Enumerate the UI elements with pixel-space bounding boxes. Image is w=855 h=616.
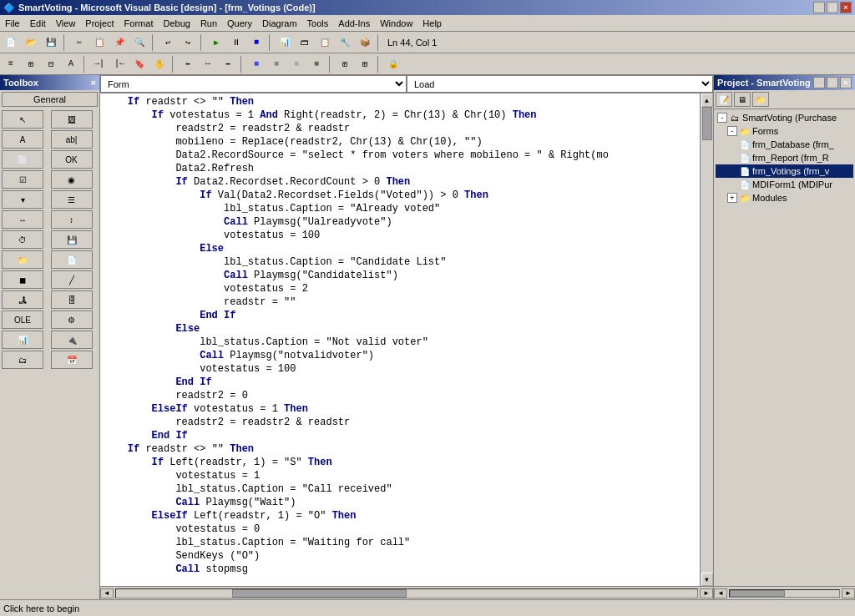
menu-run[interactable]: Run bbox=[195, 17, 222, 30]
project-header-controls[interactable]: _ □ × bbox=[813, 77, 852, 88]
tb2-outdent[interactable]: |← bbox=[110, 55, 129, 73]
tb-menu3[interactable]: 📋 bbox=[316, 33, 334, 52]
proj-scrollbar[interactable]: ◄ ► bbox=[714, 586, 855, 599]
tb2-1[interactable]: ≡ bbox=[2, 55, 20, 73]
tb-open[interactable]: 📂 bbox=[22, 33, 40, 52]
scroll-up-arrow[interactable]: ▲ bbox=[701, 93, 713, 107]
tb2-4[interactable]: A bbox=[62, 55, 80, 73]
h-scroll-thumb[interactable] bbox=[232, 589, 407, 598]
proj-scroll-right[interactable]: ► bbox=[842, 588, 855, 598]
tb2-bookmark[interactable]: 🔖 bbox=[130, 55, 149, 73]
menu-format[interactable]: Format bbox=[119, 17, 159, 30]
tb-pause[interactable]: ⏸ bbox=[227, 33, 245, 52]
tb-menu5[interactable]: 📦 bbox=[356, 33, 374, 52]
toolbox-close-button[interactable]: × bbox=[91, 78, 96, 88]
tool-file[interactable]: 📄 bbox=[51, 250, 93, 269]
vertical-scrollbar[interactable]: ▲ ▼ bbox=[700, 93, 713, 586]
tb2-ac[interactable]: ↔ bbox=[199, 55, 217, 73]
tb2-ar[interactable]: ➡ bbox=[219, 55, 237, 73]
tb-copy[interactable]: 📋 bbox=[90, 33, 109, 52]
menu-query[interactable]: Query bbox=[222, 17, 257, 30]
h-scroll-track[interactable] bbox=[115, 588, 698, 598]
tool-label[interactable]: A bbox=[2, 130, 43, 149]
tb2-c2[interactable]: ■ bbox=[267, 55, 286, 73]
tool-ole[interactable]: OLE bbox=[2, 311, 43, 329]
expand-root[interactable]: - bbox=[717, 113, 727, 123]
code-content[interactable]: If readstr <> "" Then If votestatus = 1 … bbox=[104, 95, 696, 576]
tool-drive[interactable]: 💾 bbox=[51, 230, 93, 249]
tb-paste[interactable]: 📌 bbox=[110, 33, 129, 52]
tb-undo[interactable]: ↩ bbox=[159, 33, 177, 52]
menu-file[interactable]: File bbox=[0, 17, 25, 30]
tool-textbox[interactable]: ab| bbox=[51, 130, 93, 149]
tool-dir[interactable]: 📁 bbox=[2, 250, 43, 269]
object-dropdown[interactable]: Form bbox=[100, 75, 407, 93]
menu-debug[interactable]: Debug bbox=[158, 17, 195, 30]
tool-checkbox[interactable]: ☑ bbox=[2, 170, 43, 189]
menu-edit[interactable]: Edit bbox=[25, 17, 51, 30]
project-close[interactable]: × bbox=[840, 77, 852, 88]
scroll-right-arrow[interactable]: ► bbox=[700, 588, 713, 598]
proj-toggle[interactable]: 📁 bbox=[752, 92, 769, 107]
tool-optionbutton[interactable]: ◉ bbox=[51, 170, 93, 189]
tb2-al[interactable]: ⬅ bbox=[179, 55, 197, 73]
scroll-thumb[interactable] bbox=[702, 107, 712, 140]
tb2-2[interactable]: ⊞ bbox=[22, 55, 40, 73]
tool-picturebox[interactable]: 🖼 bbox=[51, 110, 93, 129]
tb2-3[interactable]: ⊟ bbox=[42, 55, 60, 73]
tb-menu4[interactable]: 🔧 bbox=[336, 33, 354, 52]
menu-help[interactable]: Help bbox=[417, 17, 447, 30]
tree-frm-votings[interactable]: 📄 frm_Votings (frm_v bbox=[716, 164, 853, 178]
tb-new[interactable]: 📄 bbox=[2, 33, 20, 52]
tree-modules-folder[interactable]: + 📁 Modules bbox=[716, 191, 853, 204]
tree-forms-folder[interactable]: - 📁 Forms bbox=[716, 124, 853, 138]
editor-scrollbar-h[interactable]: ◄ ► bbox=[100, 586, 713, 599]
project-minimize[interactable]: _ bbox=[813, 77, 825, 88]
tool-image[interactable]: 🏞 bbox=[2, 290, 43, 309]
project-maximize[interactable]: □ bbox=[827, 77, 838, 88]
tool-extra1[interactable]: ⚙ bbox=[51, 311, 93, 329]
tool-shape[interactable]: ◼ bbox=[2, 270, 43, 289]
tb-save[interactable]: 💾 bbox=[42, 33, 60, 52]
proj-h-thumb[interactable] bbox=[730, 590, 785, 597]
menu-addins[interactable]: Add-Ins bbox=[333, 17, 375, 30]
tb2-c1[interactable]: ■ bbox=[247, 55, 266, 73]
tb-menu1[interactable]: 📊 bbox=[276, 33, 294, 52]
tool-extra4[interactable]: 🗂 bbox=[2, 351, 43, 369]
proc-dropdown[interactable]: Load bbox=[407, 75, 713, 93]
code-scroll[interactable]: If readstr <> "" Then If votestatus = 1 … bbox=[100, 93, 700, 586]
menu-tools[interactable]: Tools bbox=[302, 17, 334, 30]
tb2-indent[interactable]: →| bbox=[90, 55, 109, 73]
tb2-grid2[interactable]: ⊞ bbox=[356, 55, 374, 73]
menu-view[interactable]: View bbox=[51, 17, 81, 30]
tree-mdiform1[interactable]: 📄 MDIForm1 (MDIPur bbox=[716, 178, 853, 191]
proj-view-code[interactable]: 📝 bbox=[716, 92, 732, 107]
tool-listbox[interactable]: ☰ bbox=[51, 190, 93, 209]
tb2-c4[interactable]: ■ bbox=[307, 55, 326, 73]
title-bar-controls[interactable]: _ □ × bbox=[813, 2, 852, 13]
tb2-hand[interactable]: ✋ bbox=[150, 55, 169, 73]
tool-hscrollbar[interactable]: ↔ bbox=[2, 210, 43, 229]
tool-commandbutton[interactable]: OK bbox=[51, 150, 93, 169]
tb2-c3[interactable]: ■ bbox=[287, 55, 306, 73]
scroll-left-arrow[interactable]: ◄ bbox=[100, 588, 114, 598]
tb-stop[interactable]: ■ bbox=[247, 33, 266, 52]
minimize-button[interactable]: _ bbox=[813, 2, 825, 13]
tb2-grid1[interactable]: ⊞ bbox=[336, 55, 354, 73]
tb-run[interactable]: ▶ bbox=[207, 33, 225, 52]
menu-window[interactable]: Window bbox=[375, 17, 417, 30]
tool-line[interactable]: ╱ bbox=[51, 270, 93, 289]
tool-frame[interactable]: ⬜ bbox=[2, 150, 43, 169]
proj-h-track[interactable] bbox=[729, 589, 840, 598]
expand-forms[interactable]: - bbox=[727, 126, 737, 136]
restore-button[interactable]: □ bbox=[827, 2, 838, 13]
tree-root[interactable]: - 🗂 SmartVoting (Purchase bbox=[716, 111, 853, 124]
tool-extra2[interactable]: 📊 bbox=[2, 331, 43, 349]
proj-scroll-left[interactable]: ◄ bbox=[714, 588, 727, 598]
proj-view-form[interactable]: 🖥 bbox=[734, 92, 751, 107]
tree-frm-database[interactable]: 📄 frm_Database (frm_ bbox=[716, 138, 853, 151]
tb-cut[interactable]: ✂ bbox=[70, 33, 89, 52]
expand-modules[interactable]: + bbox=[727, 193, 737, 203]
tree-frm-report[interactable]: 📄 frm_Report (frm_R bbox=[716, 151, 853, 164]
tool-data[interactable]: 🗄 bbox=[51, 290, 93, 309]
